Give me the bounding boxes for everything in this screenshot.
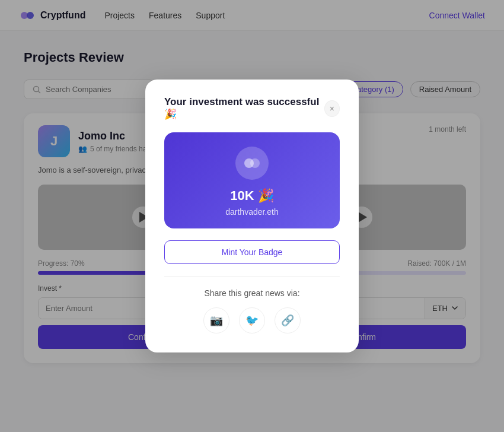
badge-logo [235,147,269,180]
instagram-share-button[interactable]: 📷 [203,307,229,333]
badge-amount: 10K 🎉 [176,188,328,204]
badge-user: darthvader.eth [176,207,328,217]
instagram-icon: 📷 [210,314,223,327]
modal-close-button[interactable]: × [324,100,340,117]
modal-overlay: Your investment was successful 🎉 × 10K 🎉… [0,0,504,432]
modal-header: Your investment was successful 🎉 × [164,96,340,120]
modal-title: Your investment was successful 🎉 [164,96,324,120]
mint-badge-button[interactable]: Mint Your Badge [164,240,340,264]
link-icon: 🔗 [281,314,294,327]
modal-title-text: Your investment was successful [164,96,319,107]
share-icons: 📷 🐦 🔗 [164,307,340,333]
badge-card: 10K 🎉 darthvader.eth [164,132,340,228]
modal-divider [164,276,340,277]
share-title: Share this great news via: [164,288,340,298]
twitter-icon: 🐦 [245,314,259,327]
svg-point-6 [250,158,260,168]
modal-emoji: 🎉 [164,109,177,120]
link-share-button[interactable]: 🔗 [275,307,301,333]
success-modal: Your investment was successful 🎉 × 10K 🎉… [145,80,359,352]
twitter-share-button[interactable]: 🐦 [239,307,265,333]
